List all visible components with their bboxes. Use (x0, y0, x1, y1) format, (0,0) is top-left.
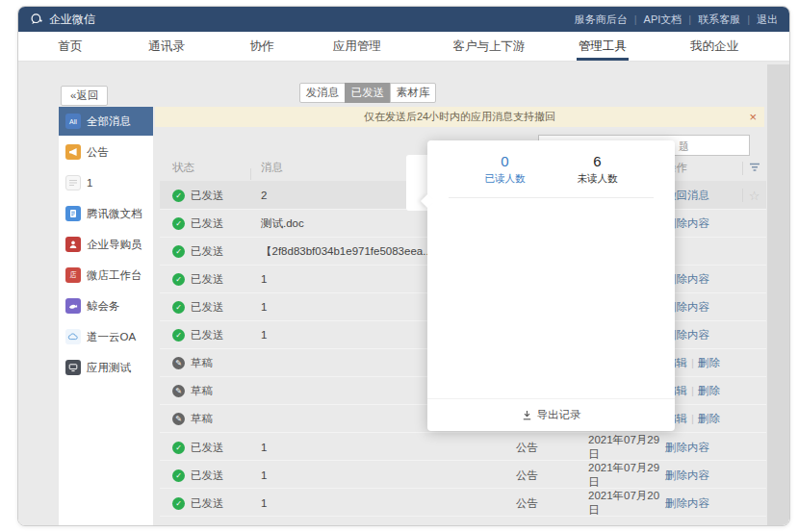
actions-cell: 删除内容 (665, 216, 742, 231)
status-cell: ✓ 已发送 (160, 244, 261, 259)
message-tabs: 发消息 已发送 素材库 (299, 83, 436, 103)
app-sidebar: All 全部消息 公告 1 腾讯微文档 (59, 107, 153, 525)
actions-cell: 编辑|删除 (665, 356, 742, 370)
sidebar-item-announcement[interactable]: 公告 (59, 138, 153, 166)
sidebar-item-all-messages[interactable]: All 全部消息 (59, 107, 153, 136)
table-row[interactable]: ✓ 已发送 1 公告 2021年07月29日 删除内容 (160, 461, 766, 489)
link-provider-console[interactable]: 服务商后台 (575, 13, 628, 27)
app-cell: 公告 (516, 496, 588, 511)
read-status-popup: 0 已读人数 6 未读人数 导出记录 (427, 140, 675, 431)
tab-send-message[interactable]: 发消息 (299, 83, 346, 103)
status-label: 已发送 (191, 469, 224, 483)
brand-name: 企业微信 (49, 12, 95, 28)
back-button[interactable]: «返回 (61, 86, 108, 106)
star-cell: ☆ (742, 189, 766, 203)
action-link[interactable]: 删除内容 (665, 497, 709, 509)
status-icon: ✎ (172, 357, 185, 369)
action-link[interactable]: 删除 (698, 413, 720, 424)
sidebar-item-daoyiyun-oa[interactable]: 道一云OA (59, 322, 153, 351)
status-cell: ✓ 已发送 (160, 496, 261, 511)
message-cell: 1 (261, 273, 415, 285)
nav-customers[interactable]: 客户与上下游 (453, 32, 526, 61)
unread-count-stat: 6 未读人数 (571, 153, 625, 186)
unread-caption: 未读人数 (571, 172, 625, 186)
action-link[interactable]: 删除 (698, 357, 720, 368)
status-label: 已发送 (191, 300, 224, 315)
status-cell: ✓ 已发送 (160, 216, 261, 231)
nav-admin-tools[interactable]: 管理工具 (579, 32, 627, 61)
link-api-docs[interactable]: API文档 (644, 13, 682, 27)
nav-home[interactable]: 首页 (59, 32, 83, 61)
actions-cell: 删除内容 (665, 441, 742, 455)
status-icon: ✓ (172, 442, 185, 454)
sidebar-item-app-test[interactable]: 应用测试 (59, 353, 153, 382)
star-icon[interactable]: ☆ (749, 189, 760, 203)
top-links: 服务商后台 | API文档 | 联系客服 | 退出 (575, 13, 778, 27)
status-label: 草稿 (191, 356, 213, 370)
message-cell: 1 (261, 329, 415, 341)
actions-cell: 删除内容 (665, 496, 742, 511)
header-status: 状态 (160, 161, 261, 175)
status-icon: ✓ (172, 245, 185, 258)
app-window: 企业微信 服务商后台 | API文档 | 联系客服 | 退出 首页 通讯录 协作… (17, 6, 790, 526)
nav-collaboration[interactable]: 协作 (250, 32, 274, 61)
table-row[interactable]: ✓ 已发送 1 公告 2021年07月29日 删除内容 (160, 433, 766, 461)
status-label: 草稿 (191, 412, 213, 426)
notice-text: 仅在发送后24小时内的应用消息支持撤回 (364, 111, 555, 122)
status-icon: ✓ (172, 217, 185, 230)
sidebar-item-microstore[interactable]: 店 微店工作台 (59, 261, 153, 290)
status-cell: ✓ 已发送 (160, 469, 261, 483)
message-cell: 测试.doc (261, 216, 415, 231)
person-icon (65, 237, 81, 252)
table-row[interactable]: ✓ 已发送 1 公告 2021年07月20日 删除内容 (160, 489, 766, 517)
unread-count: 6 (571, 153, 625, 169)
megaphone-icon (65, 144, 81, 160)
action-link[interactable]: 删除内容 (665, 469, 709, 481)
monitor-icon (65, 360, 81, 375)
link-logout[interactable]: 退出 (757, 13, 778, 27)
message-cell: 【2f8d83bf034b1e971fe5083eea... (261, 244, 415, 259)
status-label: 已发送 (191, 244, 224, 259)
status-label: 已发送 (191, 496, 224, 511)
status-icon: ✓ (172, 190, 185, 202)
sidebar-item-1[interactable]: 1 (59, 168, 153, 197)
sidebar-item-whale-meeting[interactable]: 鲸会务 (59, 291, 153, 320)
message-cell: 1 (261, 469, 415, 481)
actions-cell: 编辑|删除 (665, 384, 742, 398)
app-cell: 公告 (516, 469, 588, 483)
status-icon: ✓ (172, 329, 185, 342)
status-label: 已发送 (191, 441, 224, 455)
tab-sent[interactable]: 已发送 (345, 83, 391, 103)
action-link[interactable]: 删除内容 (665, 442, 709, 453)
read-count-stat: 0 已读人数 (478, 153, 532, 186)
whale-icon (65, 298, 81, 314)
popup-divider (449, 197, 654, 198)
action-link[interactable]: 删除 (698, 385, 720, 396)
brand: 企业微信 (30, 12, 95, 28)
scrollbar-track[interactable] (767, 64, 789, 525)
status-label: 已发送 (191, 216, 224, 231)
export-records-button[interactable]: 导出记录 (427, 398, 675, 431)
header-filter (742, 163, 766, 174)
wecom-logo-icon (30, 13, 43, 26)
link-contact-support[interactable]: 联系客服 (698, 13, 740, 27)
sidebar-item-shopping-guide[interactable]: 企业导购员 (59, 230, 153, 259)
status-cell: ✎ 草稿 (160, 384, 261, 398)
status-icon: ✎ (172, 385, 185, 397)
filter-icon[interactable] (749, 163, 760, 172)
tab-material-library[interactable]: 素材库 (390, 83, 436, 103)
sidebar-item-tencent-docs[interactable]: 腾讯微文档 (59, 199, 153, 228)
nav-my-company[interactable]: 我的企业 (690, 32, 738, 61)
header-action: 操作 (665, 161, 742, 175)
nav-contacts[interactable]: 通讯录 (148, 32, 185, 61)
cloud-icon (65, 329, 81, 344)
status-icon: ✎ (172, 413, 185, 425)
status-label: 已发送 (191, 272, 224, 287)
date-cell: 2021年07月29日 (588, 461, 665, 490)
form-icon (65, 175, 81, 190)
actions-cell: 删除内容 (665, 272, 742, 287)
status-cell: ✓ 已发送 (160, 189, 261, 203)
date-cell: 2021年07月20日 (588, 489, 665, 518)
nav-app-management[interactable]: 应用管理 (333, 32, 381, 61)
notice-close-icon[interactable]: × (749, 107, 757, 127)
